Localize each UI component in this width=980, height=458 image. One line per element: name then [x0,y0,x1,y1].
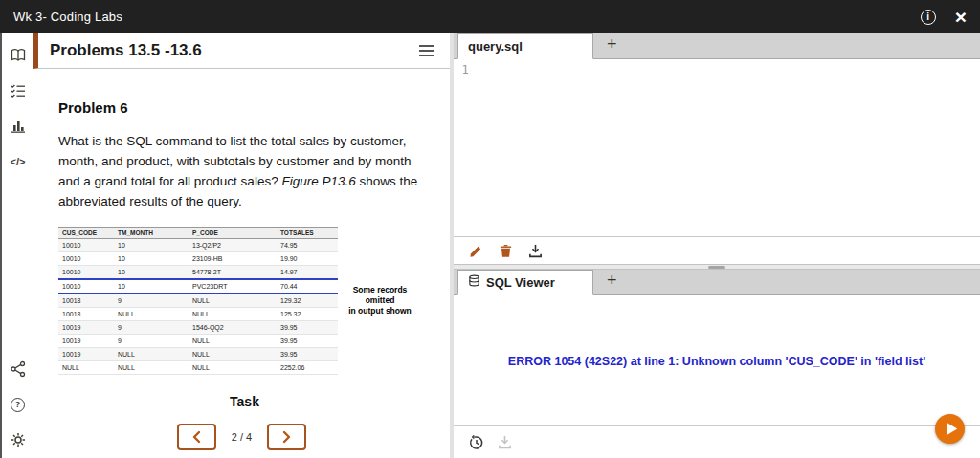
task-heading: Task [58,394,431,409]
editor-tabbar: query.sql + [454,33,980,59]
figure-col-header: CUS_CODE [58,228,114,239]
figure-row: 100101054778-2T14.97 [58,266,338,280]
figure-row: 10018NULLNULL125.32 [58,308,338,321]
delete-button[interactable] [498,243,513,258]
next-page-button[interactable] [267,424,306,450]
history-icon[interactable] [469,435,484,450]
viewer-toolbar [454,425,980,458]
database-icon [468,274,480,291]
figure-table-body: 100101013-Q2/P274.95100101023109-HB19.90… [58,239,338,375]
edit-button[interactable] [468,243,483,258]
gear-icon[interactable] [8,429,29,450]
app-window: Wk 3- Coding Labs i × [0,0,980,458]
window-title: Wk 3- Coding Labs [13,10,122,24]
share-icon[interactable] [8,359,29,380]
figure-col-header: TOTSALES [277,228,338,239]
line-number-gutter: 1 [454,59,477,236]
code-editor: 1 [454,59,980,237]
problem-panel: Problems 13.5 -13.6 Problem 6 What is th… [33,33,450,458]
viewer-tabbar: SQL Viewer + [454,270,980,295]
window-titlebar: Wk 3- Coding Labs i × [0,0,980,33]
figure-col-header: TM_MONTH [114,228,189,239]
code-input-area[interactable] [477,59,980,236]
new-editor-tab-button[interactable]: + [607,35,617,56]
workspace: query.sql + 1 [450,33,980,458]
figure-reference: Figure P13.6 [281,174,355,188]
code-icon[interactable]: </> [8,151,29,172]
figure-annotation: Some records omitted in output shown [342,285,418,316]
problem-title: Problem 6 [58,99,431,116]
close-icon[interactable]: × [955,7,967,27]
figure-row: 100199NULL39.95 [58,335,338,348]
figure-table-head-row: CUS_CODETM_MONTHP_CODETOTSALES [58,228,338,239]
figure-row: 1001010PVC23DRT70.44 [58,279,338,294]
menu-icon[interactable] [419,45,434,56]
figure-row: 10019NULLNULL39.95 [58,348,338,361]
figure-table: CUS_CODETM_MONTHP_CODETOTSALES 100101013… [58,227,338,375]
figure-row: NULLNULLNULL2252.06 [58,361,338,375]
download-icon[interactable] [527,243,543,258]
page-indicator: 2 / 4 [232,431,252,443]
tab-query-sql[interactable]: query.sql [457,33,593,59]
problem-panel-header: Problems 13.5 -13.6 [33,33,450,69]
pagination: 2 / 4 [33,416,450,458]
bar-chart-icon[interactable] [8,116,29,137]
checklist-icon[interactable] [8,80,29,101]
figure-row: 100189NULL129.32 [58,294,338,308]
editor-toolbar [454,237,980,264]
icon-rail: </> ? [2,33,33,458]
download-results-icon[interactable] [497,435,512,450]
sql-output-area: ERROR 1054 (42S22) at line 1: Unknown co… [454,295,980,425]
tab-sql-viewer[interactable]: SQL Viewer [457,270,593,295]
problem-content: Problem 6 What is the SQL command to lis… [33,69,450,416]
figure-p13-6: CUS_CODETM_MONTHP_CODETOTSALES 100101013… [58,227,431,375]
figure-row: 1001991546-QQ239.95 [58,321,338,335]
figure-row: 100101023109-HB19.90 [58,252,338,266]
info-icon[interactable]: i [921,10,936,25]
run-button[interactable] [935,414,965,444]
prev-page-button[interactable] [177,424,216,450]
page-title: Problems 13.5 -13.6 [50,41,202,60]
figure-row: 100101013-Q2/P274.95 [58,239,338,252]
book-icon[interactable] [8,45,29,66]
sql-error-message: ERROR 1054 (42S22) at line 1: Unknown co… [454,355,980,368]
figure-col-header: P_CODE [189,228,277,239]
sql-viewer-panel: SQL Viewer + ERROR 1054 (42S22) at line … [454,270,980,458]
problem-text: What is the SQL command to list the tota… [58,131,431,211]
new-viewer-tab-button[interactable]: + [607,272,617,293]
help-icon[interactable]: ? [8,394,29,415]
splitter-handle [708,266,725,269]
